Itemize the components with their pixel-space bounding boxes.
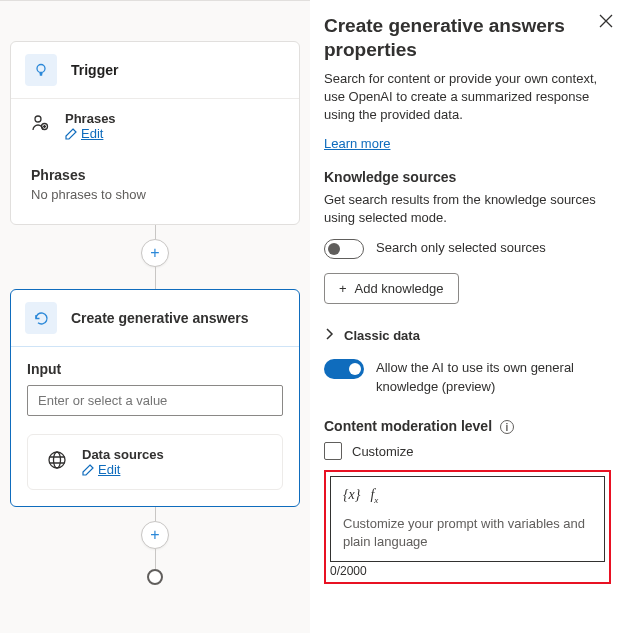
general-knowledge-label: Allow the AI to use its own general know… xyxy=(376,359,611,395)
prompt-textarea[interactable]: {x} fx Customize your prompt with variab… xyxy=(330,476,605,562)
close-button[interactable] xyxy=(599,14,613,31)
moderation-title: Content moderation level xyxy=(324,418,492,434)
add-node-button-2[interactable]: + xyxy=(141,521,169,549)
input-label: Input xyxy=(27,361,283,377)
add-node-button[interactable]: + xyxy=(141,239,169,267)
data-sources-item: Data sources Edit xyxy=(28,435,282,489)
generative-answers-node[interactable]: Create generative answers Input Data sou… xyxy=(10,289,300,507)
trigger-title: Trigger xyxy=(71,62,118,78)
plus-icon: + xyxy=(339,281,347,296)
phrases-item: Phrases Edit xyxy=(11,99,299,153)
svg-point-3 xyxy=(49,452,65,468)
panel-description: Search for content or provide your own c… xyxy=(324,70,611,125)
add-knowledge-button[interactable]: + Add knowledge xyxy=(324,273,459,304)
highlighted-region: {x} fx Customize your prompt with variab… xyxy=(324,470,611,584)
globe-icon xyxy=(44,447,70,471)
general-knowledge-toggle[interactable] xyxy=(324,359,364,379)
formula-icon[interactable]: fx xyxy=(370,487,378,505)
phrases-heading: Phrases xyxy=(31,167,279,183)
char-counter: 0/2000 xyxy=(330,564,605,578)
customize-checkbox[interactable] xyxy=(324,442,342,460)
phrases-section: Phrases No phrases to show xyxy=(11,153,299,224)
info-icon[interactable]: i xyxy=(500,420,514,434)
panel-title: Create generative answers properties xyxy=(324,14,611,62)
data-sources-edit-link[interactable]: Edit xyxy=(82,462,164,477)
properties-panel: Create generative answers properties Sea… xyxy=(310,0,631,633)
search-selected-toggle[interactable] xyxy=(324,239,364,259)
classic-data-section[interactable]: Classic data xyxy=(324,328,611,343)
phrases-empty: No phrases to show xyxy=(31,187,279,202)
phrases-label: Phrases xyxy=(65,111,116,126)
svg-point-4 xyxy=(54,452,61,468)
refresh-icon xyxy=(25,302,57,334)
trigger-card: Trigger Phrases Edit Phrases No phrases … xyxy=(10,41,300,225)
knowledge-title: Knowledge sources xyxy=(324,169,611,185)
phrases-edit-link[interactable]: Edit xyxy=(65,126,116,141)
trigger-header[interactable]: Trigger xyxy=(11,42,299,99)
node-input-field[interactable] xyxy=(27,385,283,416)
person-icon xyxy=(27,111,53,133)
customize-label: Customize xyxy=(352,444,413,459)
knowledge-desc: Get search results from the knowledge so… xyxy=(324,191,611,227)
svg-point-0 xyxy=(37,65,45,73)
end-node-icon xyxy=(147,569,163,585)
variable-icon[interactable]: {x} xyxy=(343,487,360,505)
lightbulb-icon xyxy=(25,54,57,86)
svg-point-1 xyxy=(35,116,41,122)
prompt-placeholder: Customize your prompt with variables and… xyxy=(343,515,592,551)
learn-more-link[interactable]: Learn more xyxy=(324,136,390,151)
search-selected-label: Search only selected sources xyxy=(376,239,546,257)
chevron-right-icon xyxy=(324,328,334,343)
node-title: Create generative answers xyxy=(71,310,248,326)
data-sources-label: Data sources xyxy=(82,447,164,462)
